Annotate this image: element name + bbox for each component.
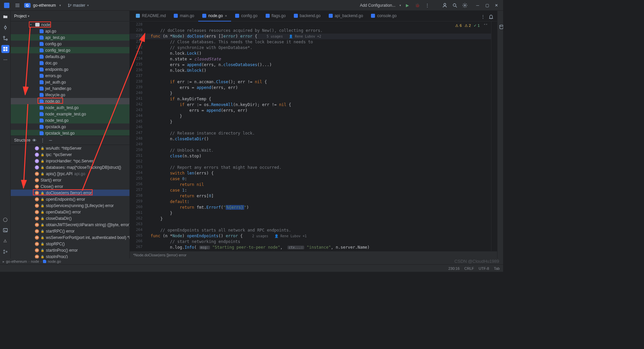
structure-item[interactable]: m🔒stopServices(running []Lifecycle) erro… [11,202,129,209]
editor-tab[interactable]: README.md [132,11,170,21]
inspection-widget[interactable]: ⚠ 6 ⚠ 2 ✓ 1 ˄˅ [455,23,488,28]
editor-tab[interactable]: console.go [367,11,400,21]
tree-file[interactable]: jwt_auth.go [11,79,129,85]
structure-item[interactable]: m🔒stopRPC() [11,241,129,247]
settings-icon[interactable] [461,1,469,9]
commit-tool-icon[interactable] [1,23,9,32]
structure-item[interactable]: m🔒openEndpoints() error [11,196,129,202]
breadcrumb-item[interactable]: go-ethereum [6,259,27,263]
editor-tab[interactable]: flags.go [262,11,290,21]
structure-item[interactable]: m🔒startInProc() error [11,247,129,253]
tree-file[interactable]: endpoints.go [11,66,129,72]
notifications-icon[interactable] [487,13,495,21]
main-menu-icon[interactable] [13,1,21,9]
breadcrumb-item[interactable]: node [31,259,39,263]
vcs-branch[interactable]: master ▾ [68,3,89,8]
tree-file[interactable]: api.go [11,28,129,34]
tab-options-icon[interactable]: ⋮ [479,13,487,21]
indent[interactable]: Tab [494,266,500,270]
go-file-icon [40,106,44,110]
editor-tab[interactable]: config.go [231,11,262,21]
close-tab-icon[interactable]: × [225,14,227,18]
chevron-down-icon[interactable]: ▾ [399,4,401,7]
branch-icon [68,3,72,7]
structure-item[interactable]: f🔒inprocHandler: *rpc.Server [11,158,129,164]
more-icon[interactable]: ⋮ [423,1,431,9]
chevron-down-icon[interactable]: ▾ [28,14,30,18]
tree-folder-node[interactable]: ▾node [11,21,129,28]
encoding[interactable]: UTF-8 [479,266,489,270]
search-icon[interactable] [451,1,459,9]
structure-tree[interactable]: f🔒wsAuth: *httpServerf🔒ipc: *ipcServerf🔒… [11,145,129,258]
method-icon: m [35,178,39,182]
problems-icon[interactable]: ⚠ [1,237,9,245]
method-icon: m [35,242,39,246]
minimize-icon[interactable]: ─ [474,1,482,9]
terminal-icon[interactable] [1,226,9,234]
editor-breadcrumb[interactable]: *Node.doClose(errs []error) error [130,251,497,258]
tree-file[interactable]: node_auth_test.go [11,104,129,111]
structure-item[interactable]: m🔒doClose(errs []error) error [11,190,129,196]
pull-requests-icon[interactable] [1,34,9,42]
close-icon[interactable]: ✕ [492,1,500,9]
structure-item[interactable]: m🔒stopInProc() [11,253,129,258]
tree-file[interactable]: lifecycle.go [11,92,129,98]
structure-item[interactable]: m🔒openDataDir() error [11,209,129,215]
editor-tab[interactable]: backend.go [290,11,325,21]
tree-file[interactable]: config.go [11,41,129,47]
tree-file[interactable]: defaults.go [11,53,129,60]
lock-icon: 🔒 [41,210,44,214]
tree-file[interactable]: node.go [11,98,129,104]
code-content[interactable]: // doClose releases resources acquired b… [147,21,491,251]
structure-item[interactable]: m🔒startRPC() error [11,228,129,234]
structure-item[interactable]: mStart() error [11,177,129,183]
chevron-updown-icon[interactable]: ˄˅ [484,23,488,28]
code-editor[interactable]: 2282292302312322332342352362372382392402… [130,21,497,251]
tree-file[interactable]: api_test.go [11,34,129,41]
run-icon[interactable]: ▶ [403,1,411,9]
code-with-me-icon[interactable] [441,1,449,9]
tree-file[interactable]: node_example_test.go [11,111,129,117]
tree-file[interactable]: errors.go [11,72,129,79]
tree-file[interactable]: rpcstack.go [11,123,129,130]
field-icon: f [35,159,39,163]
structure-item[interactable]: f🔒wsAuth: *httpServer [11,145,129,151]
editor-tab[interactable]: node.go× [198,11,231,21]
database-icon[interactable] [497,23,503,31]
tree-file[interactable]: doc.go [11,60,129,66]
eye-icon[interactable]: 👁 [31,136,39,144]
tree-file[interactable]: config_test.go [11,47,129,53]
more-icon[interactable]: ⋮ [39,136,47,144]
titlebar: G go-ethereum ▾ master ▾ Add Configurati… [0,0,503,11]
structure-item[interactable]: m🔒apis() []rpc.API api.go [11,170,129,177]
debug-icon[interactable]: 🐞 [413,1,421,9]
collapse-icon[interactable]: ─ [47,136,55,144]
project-name[interactable]: go-ethereum [33,3,56,8]
tree-file[interactable]: node_test.go [11,117,129,123]
structure-tool-icon[interactable] [1,45,9,53]
line-sep[interactable]: CRLF [464,266,474,270]
services-icon[interactable]: ◯ [1,215,9,223]
chevron-down-icon[interactable]: ▾ [59,4,61,7]
editor-tab[interactable]: api_backend.go [325,11,367,21]
vcs-icon[interactable] [1,248,9,256]
structure-item[interactable]: m🔒wsServerForPort(port int, authenticate… [11,234,129,241]
breadcrumb-item[interactable]: node.go [48,259,61,263]
structure-item[interactable]: mClose() error [11,183,129,190]
project-tool-icon[interactable] [1,13,9,21]
nav-breadcrumb[interactable]: ▸ go-ethereum› node› node.go [0,258,503,264]
tree-file[interactable]: jwt_handler.go [11,85,129,92]
lock-icon: 🔒 [41,249,44,252]
svg-point-22 [3,252,5,254]
tree-file[interactable]: rpcstack_test.go [11,130,129,136]
editor-tab[interactable]: main.go [170,11,198,21]
structure-item[interactable]: f🔒ipc: *ipcServer [11,151,129,158]
more-tools-icon[interactable]: ⋯ [1,56,9,64]
structure-item[interactable]: m🔒closeDataDir() [11,215,129,221]
project-tree[interactable]: ▾nodeapi.goapi_test.goconfig.goconfig_te… [11,21,129,136]
cursor-position[interactable]: 230:16 [448,266,460,270]
maximize-icon[interactable]: ▢ [483,1,491,9]
structure-item[interactable]: m🔒obtainJWTSecret(cliParam string) ([]by… [11,221,129,228]
structure-item[interactable]: f🔒databases: map[*closeTrackingDB]struct… [11,164,129,170]
run-config-dropdown[interactable]: Add Configuration... [360,3,395,8]
